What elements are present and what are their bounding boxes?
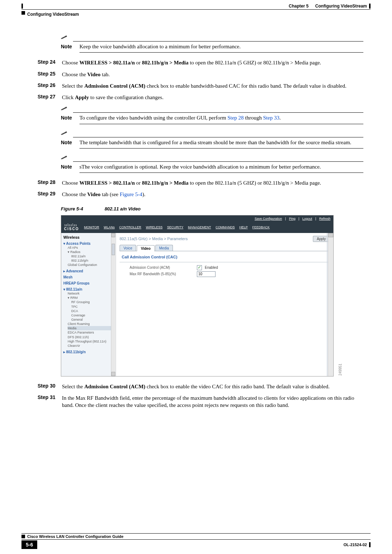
ss-grp-advanced[interactable]: ▸ Advanced: [63, 269, 113, 273]
ss-grp-access-points[interactable]: ▾ Access Points: [63, 242, 113, 246]
step-label: Step 27: [38, 94, 56, 101]
figure-caption: Figure 5-4802.11 a/n Video: [61, 206, 363, 212]
acm-enabled-text: Enabled: [205, 266, 218, 269]
nav-monitor[interactable]: MONITOR: [84, 225, 99, 229]
nav-feedback[interactable]: FEEDBACK: [252, 225, 270, 229]
maxrf-input[interactable]: [197, 271, 216, 277]
note-label: Note: [61, 164, 72, 170]
ss-top-bar: Save Configuration | Ping | Logout | Ref…: [61, 215, 333, 222]
step-label: Step 26: [38, 82, 56, 89]
step-label: Step 30: [38, 383, 56, 390]
ss-item-cleanair[interactable]: CleanAir: [68, 344, 113, 348]
header-right-mark: [369, 4, 371, 9]
ss-item-dca[interactable]: DCA: [71, 309, 113, 313]
row-acm: Admission Control (ACM) ✓ Enabled: [130, 265, 330, 270]
note-icon: [61, 131, 69, 136]
section-label: Configuring VideoStream: [27, 12, 79, 17]
ss-left-nav: Wireless ▾ Access Points All APs ▾ Radio…: [61, 233, 116, 376]
step-26: Step 26 Select the Admission Control (AC…: [38, 82, 363, 89]
step-label: Step 29: [38, 191, 56, 198]
ss-left-scrollbar[interactable]: [111, 233, 115, 376]
step-text: Choose WIRELESS > 802.11a/n or 802.11b/g…: [62, 179, 363, 186]
step-text: Select the Admission Control (ACM) check…: [62, 383, 363, 390]
ss-item-general[interactable]: General: [71, 317, 113, 322]
ss-item-coverage[interactable]: Coverage: [71, 313, 113, 317]
cisco-brand: CISCO: [64, 227, 79, 231]
header-rule: [21, 9, 371, 10]
step-25: Step 25 Choose the Video tab.: [38, 71, 363, 78]
ss-left-title: Wireless: [63, 235, 113, 239]
ss-item-media[interactable]: Media: [68, 326, 113, 330]
link-step33[interactable]: Step 33: [263, 115, 279, 121]
step-30: Step 30 Select the Admission Control (AC…: [38, 383, 363, 390]
note-label: Note: [61, 44, 72, 49]
header-left-mark: [21, 4, 23, 9]
ss-grp-80211bgn[interactable]: ▸ 802.11b/g/n: [63, 350, 113, 354]
ss-main-panel: 802.11a(5 GHz) > Media > Parameters Appl…: [116, 233, 333, 376]
ss-tabs: Voice Video Media: [120, 245, 330, 251]
ss-logo-row: ıılıılıı CISCO MONITOR WLANs CONTROLLER …: [61, 222, 333, 233]
ss-item-tpc[interactable]: TPC: [71, 305, 113, 309]
note-block-4: Note sThe voice configuration is optiona…: [61, 155, 363, 173]
doc-id: OL-21524-02: [344, 543, 367, 547]
row-maxrf: Max RF Bandwidth (5-85)(%): [130, 271, 330, 277]
ss-item-ht[interactable]: High Throughput (802.11n): [68, 339, 113, 344]
chapter-title: Configuring VideoStream: [315, 4, 367, 9]
ss-grp-hreap[interactable]: HREAP Groups: [63, 281, 113, 285]
ss-main-nav: MONITOR WLANs CONTROLLER WIRELESS SECURI…: [84, 225, 274, 229]
nav-commands[interactable]: COMMANDS: [216, 225, 235, 229]
note-label: Note: [61, 140, 72, 145]
ss-item-globalcfg[interactable]: Global Configuration: [68, 263, 113, 267]
figure-side-number: 249951: [338, 364, 342, 375]
check-icon: ✓: [198, 265, 201, 270]
nav-help[interactable]: HELP: [239, 225, 248, 229]
step-label: Step 24: [38, 59, 56, 66]
ss-item-all-aps[interactable]: All APs: [68, 246, 113, 250]
step-text: Choose the Video tab (see Figure 5-4).: [62, 191, 363, 198]
step-text: In the Max RF Bandwidth field, enter the…: [62, 394, 363, 409]
note-block-3: Note The template bandwidth that is conf…: [61, 131, 363, 149]
ss-item-edca[interactable]: EDCA Parameters: [68, 330, 113, 335]
ss-item-rfg[interactable]: RF Grouping: [71, 300, 113, 304]
ss-item-radios[interactable]: ▾ Radios: [68, 250, 113, 254]
acm-checkbox[interactable]: ✓: [197, 265, 202, 270]
step-24: Step 24 Choose WIRELESS > 802.11a/n or 8…: [38, 59, 363, 66]
note-block-1: Note Keep the voice bandwidth allocation…: [61, 35, 363, 53]
step-text: Choose WIRELESS > 802.11a/n or 802.11b/g…: [62, 59, 363, 66]
figure-screenshot: Save Configuration | Ping | Logout | Ref…: [61, 215, 334, 376]
ss-grp-mesh[interactable]: Mesh: [63, 275, 113, 279]
cac-section-title: Call Admission Control (CAC): [122, 255, 330, 259]
ss-right-scrollbar[interactable]: [328, 233, 333, 376]
ss-item-roaming[interactable]: Client Roaming: [68, 322, 113, 326]
tab-voice[interactable]: Voice: [120, 245, 136, 251]
nav-management[interactable]: MANAGEMENT: [188, 225, 211, 229]
note-block-2: Note To configure the video bandwidth us…: [61, 106, 363, 124]
ss-item-r80211bgn[interactable]: 802.11b/g/n: [71, 258, 113, 263]
cisco-logo-icon: ıılıılıı: [64, 223, 79, 227]
link-step28[interactable]: Step 28: [227, 115, 243, 121]
ss-item-r80211an[interactable]: 802.11a/n: [71, 254, 113, 258]
note-text-4: sThe voice configuration is optional. Ke…: [79, 163, 363, 170]
ss-item-rrm[interactable]: ▾ RRM: [68, 296, 113, 300]
step-label: Step 28: [38, 179, 56, 186]
note-text-3: The template bandwidth that is configure…: [79, 139, 363, 146]
chapter-label: Chapter 5: [289, 4, 309, 9]
step-text: Choose the Video tab.: [62, 71, 363, 78]
tab-media[interactable]: Media: [155, 245, 173, 251]
ss-link-refresh[interactable]: Refresh: [319, 217, 330, 220]
step-29: Step 29 Choose the Video tab (see Figure…: [38, 191, 363, 198]
ss-link-ping[interactable]: Ping: [289, 217, 295, 220]
ss-grp-80211an[interactable]: ▾ 802.11a/n: [63, 287, 113, 291]
nav-security[interactable]: SECURITY: [167, 225, 184, 229]
nav-controller[interactable]: CONTROLLER: [119, 225, 141, 229]
ss-link-save[interactable]: Save Configuration: [255, 217, 282, 220]
ss-item-network[interactable]: Network: [68, 291, 113, 296]
nav-wlans[interactable]: WLANs: [104, 225, 115, 229]
tab-video[interactable]: Video: [137, 245, 154, 251]
ss-item-dfs[interactable]: DFS (802.11h): [68, 335, 113, 339]
nav-wireless[interactable]: WIRELESS: [146, 225, 163, 229]
ss-link-logout[interactable]: Logout: [303, 217, 313, 220]
step-text: Click Apply to save the configuration ch…: [62, 94, 363, 101]
link-figure-5-4[interactable]: Figure 5-4: [120, 191, 142, 197]
step-label: Step 31: [38, 394, 56, 409]
